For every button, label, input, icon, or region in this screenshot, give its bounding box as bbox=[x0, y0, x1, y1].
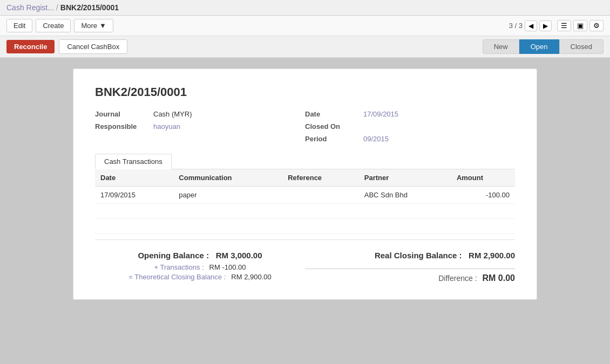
breadcrumb-separator: / bbox=[56, 3, 58, 12]
cell-amount: -100.00 bbox=[451, 187, 515, 204]
col-amount: Amount bbox=[451, 169, 515, 187]
cell-partner: ABC Sdn Bhd bbox=[359, 187, 451, 204]
period-value[interactable]: 09/2015 bbox=[363, 135, 389, 143]
real-closing-label: Real Closing Balance : bbox=[375, 251, 462, 260]
table-body: 17/09/2015 paper ABC Sdn Bhd -100.00 bbox=[95, 187, 515, 234]
tab-bar: Cash Transactions bbox=[95, 154, 515, 169]
theoretical-row: = Theoretical Closing Balance : RM 2,900… bbox=[95, 273, 305, 281]
kanban-view-button[interactable]: ▣ bbox=[573, 20, 587, 31]
breadcrumb-parent[interactable]: Cash Regist... bbox=[6, 3, 54, 12]
responsible-label: Responsible bbox=[95, 122, 149, 131]
more-label: More bbox=[81, 22, 97, 30]
col-date: Date bbox=[95, 169, 173, 187]
date-label: Date bbox=[305, 110, 359, 118]
pipeline-step-open[interactable]: Open bbox=[519, 39, 559, 54]
cell-communication: paper bbox=[173, 187, 282, 204]
table-row[interactable]: 17/09/2015 paper ABC Sdn Bhd -100.00 bbox=[95, 187, 515, 204]
period-label: Period bbox=[305, 135, 359, 143]
journal-label: Journal bbox=[95, 110, 149, 118]
summary-left: Opening Balance : RM 3,000.00 + Transact… bbox=[95, 251, 305, 283]
settings-view-button[interactable]: ⚙ bbox=[589, 20, 604, 31]
responsible-value[interactable]: haoyuan bbox=[153, 122, 180, 131]
col-reference: Reference bbox=[282, 169, 359, 187]
breadcrumb-bar: Cash Regist... / BNK2/2015/0001 bbox=[0, 0, 610, 16]
summary-right: Real Closing Balance : RM 2,900.00 Diffe… bbox=[305, 251, 515, 283]
transactions-row: + Transactions : RM -100.00 bbox=[95, 263, 305, 271]
difference-label: Difference : bbox=[438, 274, 477, 283]
empty-row-1 bbox=[95, 204, 515, 219]
pipeline-step-new[interactable]: New bbox=[483, 39, 519, 54]
opening-balance-value: RM 3,000.00 bbox=[216, 251, 262, 260]
tab-cash-transactions[interactable]: Cash Transactions bbox=[95, 154, 172, 169]
responsible-row: Responsible haoyuan bbox=[95, 122, 305, 131]
transactions-table: Date Communication Reference Partner Amo… bbox=[95, 169, 515, 234]
edit-button[interactable]: Edit bbox=[6, 19, 32, 32]
document-title: BNK2/2015/0001 bbox=[95, 85, 515, 99]
breadcrumb-current: BNK2/2015/0001 bbox=[60, 3, 119, 12]
main-area: BNK2/2015/0001 Journal Cash (MYR) Respon… bbox=[0, 58, 610, 311]
transactions-value: RM -100.00 bbox=[209, 263, 246, 271]
document-card: BNK2/2015/0001 Journal Cash (MYR) Respon… bbox=[73, 68, 537, 300]
real-closing-row: Real Closing Balance : RM 2,900.00 bbox=[305, 251, 515, 260]
theoretical-label: = Theoretical Closing Balance : bbox=[128, 273, 226, 281]
pipeline-step-closed[interactable]: Closed bbox=[559, 39, 604, 54]
journal-row: Journal Cash (MYR) bbox=[95, 110, 305, 118]
fields-right: Date 17/09/2015 Closed On Period 09/2015 bbox=[305, 110, 515, 143]
journal-value: Cash (MYR) bbox=[153, 110, 192, 118]
more-button[interactable]: More ▼ bbox=[74, 19, 113, 32]
fields-grid: Journal Cash (MYR) Responsible haoyuan D… bbox=[95, 110, 515, 143]
real-closing-value: RM 2,900.00 bbox=[469, 251, 515, 260]
date-value[interactable]: 17/09/2015 bbox=[363, 110, 398, 118]
cell-reference bbox=[282, 187, 359, 204]
col-partner: Partner bbox=[359, 169, 451, 187]
pagination-text: 3 / 3 bbox=[509, 22, 523, 30]
table-header: Date Communication Reference Partner Amo… bbox=[95, 169, 515, 187]
difference-row: Difference : RM 0.00 bbox=[305, 269, 515, 283]
closed-on-row: Closed On bbox=[305, 122, 515, 131]
empty-row-2 bbox=[95, 219, 515, 234]
transactions-label: + Transactions : bbox=[154, 263, 204, 271]
create-button[interactable]: Create bbox=[36, 19, 71, 32]
status-bar: Reconcile Cancel CashBox New Open Closed bbox=[0, 36, 610, 58]
more-arrow: ▼ bbox=[99, 22, 106, 30]
closed-on-label: Closed On bbox=[305, 122, 359, 131]
view-icons: ☰ ▣ ⚙ bbox=[557, 20, 604, 31]
action-bar: Edit Create More ▼ 3 / 3 ◀ ▶ ☰ ▣ ⚙ bbox=[0, 16, 610, 36]
period-row: Period 09/2015 bbox=[305, 135, 515, 143]
list-view-button[interactable]: ☰ bbox=[557, 20, 571, 31]
status-pipeline: New Open Closed bbox=[483, 39, 604, 54]
prev-button[interactable]: ◀ bbox=[525, 20, 537, 31]
opening-balance-row: Opening Balance : RM 3,000.00 bbox=[95, 251, 305, 260]
difference-value: RM 0.00 bbox=[483, 273, 515, 283]
fields-left: Journal Cash (MYR) Responsible haoyuan bbox=[95, 110, 305, 143]
cancel-cashbox-button[interactable]: Cancel CashBox bbox=[59, 39, 127, 54]
reconcile-button[interactable]: Reconcile bbox=[6, 40, 55, 53]
date-row: Date 17/09/2015 bbox=[305, 110, 515, 118]
opening-balance-label: Opening Balance : bbox=[138, 251, 209, 260]
theoretical-value: RM 2,900.00 bbox=[231, 273, 271, 281]
summary-section: Opening Balance : RM 3,000.00 + Transact… bbox=[95, 239, 515, 283]
pagination: 3 / 3 ◀ ▶ ☰ ▣ ⚙ bbox=[509, 20, 604, 31]
next-button[interactable]: ▶ bbox=[539, 20, 552, 31]
cell-date: 17/09/2015 bbox=[95, 187, 173, 204]
col-communication: Communication bbox=[173, 169, 282, 187]
